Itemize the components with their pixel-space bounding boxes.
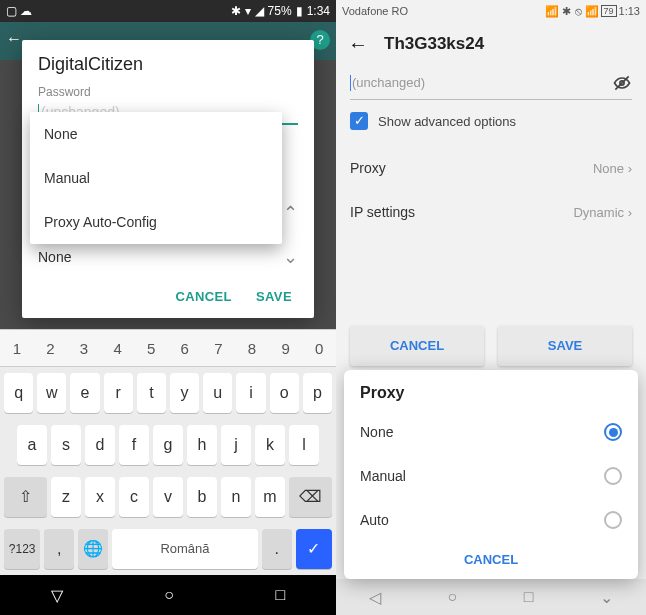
key-h[interactable]: h xyxy=(187,425,217,465)
key-y[interactable]: y xyxy=(170,373,199,413)
key-s[interactable]: s xyxy=(51,425,81,465)
key-d[interactable]: d xyxy=(85,425,115,465)
key-x[interactable]: x xyxy=(85,477,115,517)
key-f[interactable]: f xyxy=(119,425,149,465)
key-z[interactable]: z xyxy=(51,477,81,517)
carrier-label: Vodafone RO xyxy=(342,5,545,17)
battery-pct: 75% xyxy=(268,4,292,18)
key-m[interactable]: m xyxy=(255,477,285,517)
status-bar: ▢ ☁ ✱ ▾ ◢ 75% ▮ 1:34 xyxy=(0,0,336,22)
proxy-option-none[interactable]: None xyxy=(30,112,282,156)
chevron-right-icon: › xyxy=(628,161,632,176)
battery-icon: ▮ xyxy=(296,4,303,18)
kbd-number-row: 1 2 3 4 5 6 7 8 9 0 xyxy=(0,329,336,367)
key-r[interactable]: r xyxy=(104,373,133,413)
cancel-button[interactable]: CANCEL xyxy=(350,326,484,366)
key-t[interactable]: t xyxy=(137,373,166,413)
nav-home-icon[interactable]: ○ xyxy=(164,586,174,604)
globe-key[interactable]: 🌐 xyxy=(78,529,108,569)
key-e[interactable]: e xyxy=(70,373,99,413)
key-o[interactable]: o xyxy=(270,373,299,413)
key-w[interactable]: w xyxy=(37,373,66,413)
back-arrow-icon[interactable]: ← xyxy=(6,30,22,48)
text-caret xyxy=(350,75,351,91)
key-l[interactable]: l xyxy=(289,425,319,465)
hide-keyboard-icon[interactable]: ⌄ xyxy=(600,588,613,607)
ip-settings-row[interactable]: IP settings Dynamic › xyxy=(350,190,632,234)
proxy-option-auto[interactable]: Auto xyxy=(360,498,622,542)
picture-icon: ▢ ☁ xyxy=(6,4,32,18)
clock: 1:13 xyxy=(619,5,640,17)
password-field[interactable]: (unchanged) xyxy=(350,66,632,100)
proxy-option-none[interactable]: None xyxy=(360,410,622,454)
back-arrow-icon[interactable]: ← xyxy=(348,33,368,56)
key-c[interactable]: c xyxy=(119,477,149,517)
key-a[interactable]: a xyxy=(17,425,47,465)
chevron-right-icon: › xyxy=(628,205,632,220)
shift-key[interactable]: ⇧ xyxy=(4,477,47,517)
sheet-cancel-button[interactable]: CANCEL xyxy=(360,542,622,571)
key-n[interactable]: n xyxy=(221,477,251,517)
visibility-off-icon[interactable] xyxy=(612,73,632,93)
form-actions: CANCEL SAVE xyxy=(336,318,646,374)
status-bar: Vodafone RO 📶 ✱ ⦸ 📶 79 1:13 xyxy=(336,0,646,22)
page-header: ← Th3G33ks24 xyxy=(336,22,646,66)
nav-back-icon[interactable]: ◁ xyxy=(369,588,381,607)
key-8[interactable]: 8 xyxy=(235,330,269,366)
symbols-key[interactable]: ?123 xyxy=(4,529,40,569)
chevron-up-icon: ⌃ xyxy=(283,202,298,224)
save-button[interactable]: SAVE xyxy=(256,289,292,304)
key-2[interactable]: 2 xyxy=(34,330,68,366)
radio-unselected-icon xyxy=(604,467,622,485)
nav-home-icon[interactable]: ○ xyxy=(448,588,458,606)
bluetooth-icon: ✱ xyxy=(231,4,241,18)
wifi-settings-form: (unchanged) ✓ Show advanced options Prox… xyxy=(336,66,646,234)
proxy-option-manual[interactable]: Manual xyxy=(360,454,622,498)
space-key[interactable]: Română xyxy=(112,529,257,569)
left-phone-stock-android: ▢ ☁ ✱ ▾ ◢ 75% ▮ 1:34 ← ? DigitalCitizen … xyxy=(0,0,336,615)
cancel-button[interactable]: CANCEL xyxy=(175,289,232,304)
key-p[interactable]: p xyxy=(303,373,332,413)
row-label: IP settings xyxy=(350,204,415,220)
password-label: Password xyxy=(38,85,298,99)
signal-icon: ◢ xyxy=(255,4,264,18)
proxy-option-manual[interactable]: Manual xyxy=(30,156,282,200)
radio-unselected-icon xyxy=(604,511,622,529)
key-g[interactable]: g xyxy=(153,425,183,465)
dropdown-value: None xyxy=(38,249,71,265)
proxy-row[interactable]: Proxy None › xyxy=(350,146,632,190)
proxy-option-pac[interactable]: Proxy Auto-Config xyxy=(30,200,282,244)
key-u[interactable]: u xyxy=(203,373,232,413)
comma-key[interactable]: , xyxy=(44,529,74,569)
key-3[interactable]: 3 xyxy=(67,330,101,366)
nav-recents-icon[interactable]: □ xyxy=(276,586,286,604)
nav-recents-icon[interactable]: □ xyxy=(524,588,534,606)
clock: 1:34 xyxy=(307,4,330,18)
key-k[interactable]: k xyxy=(255,425,285,465)
nav-back-icon[interactable]: ▽ xyxy=(51,586,63,605)
key-5[interactable]: 5 xyxy=(134,330,168,366)
signal-icon: 📶 ✱ ⦸ 📶 xyxy=(545,5,598,18)
show-advanced-checkbox[interactable]: ✓ Show advanced options xyxy=(350,100,632,146)
dialog-actions: CANCEL SAVE xyxy=(38,279,298,308)
checkbox-label: Show advanced options xyxy=(378,114,516,129)
key-0[interactable]: 0 xyxy=(302,330,336,366)
key-9[interactable]: 9 xyxy=(269,330,303,366)
key-b[interactable]: b xyxy=(187,477,217,517)
chevron-down-icon: ⌄ xyxy=(283,246,298,268)
key-7[interactable]: 7 xyxy=(202,330,236,366)
wifi-icon: ▾ xyxy=(245,4,251,18)
sheet-title: Proxy xyxy=(360,384,622,402)
key-i[interactable]: i xyxy=(236,373,265,413)
key-1[interactable]: 1 xyxy=(0,330,34,366)
enter-key[interactable]: ✓ xyxy=(296,529,332,569)
key-v[interactable]: v xyxy=(153,477,183,517)
key-4[interactable]: 4 xyxy=(101,330,135,366)
backspace-key[interactable]: ⌫ xyxy=(289,477,332,517)
key-q[interactable]: q xyxy=(4,373,33,413)
radio-selected-icon xyxy=(604,423,622,441)
key-6[interactable]: 6 xyxy=(168,330,202,366)
period-key[interactable]: . xyxy=(262,529,292,569)
save-button[interactable]: SAVE xyxy=(498,326,632,366)
key-j[interactable]: j xyxy=(221,425,251,465)
